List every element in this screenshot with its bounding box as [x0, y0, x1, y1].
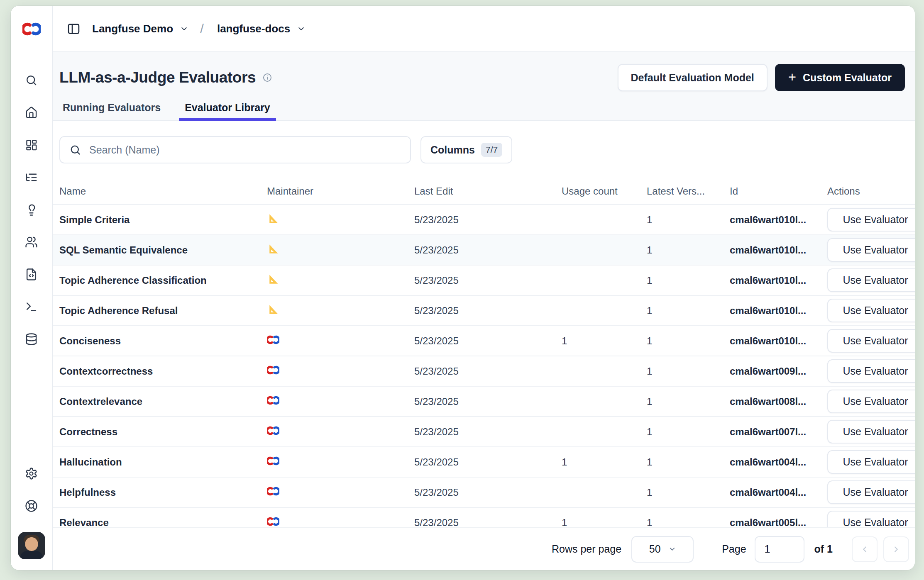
use-evaluator-button[interactable]: Use Evaluator	[827, 208, 915, 232]
sidebar-item-support[interactable]	[25, 500, 38, 512]
latest-version-value: 1	[647, 456, 730, 468]
table-row[interactable]: Helpfulness 5/23/2025 1 cmal6wart004l...…	[53, 478, 915, 508]
actions-cell: Use Evaluator	[827, 480, 915, 504]
column-header-id[interactable]: Id	[730, 185, 827, 197]
use-evaluator-button[interactable]: Use Evaluator	[827, 480, 915, 504]
table-row[interactable]: Topic Adherence Refusal 5/23/2025 1 cmal…	[53, 296, 915, 326]
sidebar-toggle-button[interactable]	[67, 22, 81, 36]
table-row[interactable]: Hallucination 5/23/2025 1 1 cmal6wart004…	[53, 447, 915, 478]
actions-cell: Use Evaluator	[827, 329, 915, 353]
search-icon	[69, 144, 81, 156]
column-header-maintainer[interactable]: Maintainer	[267, 185, 414, 197]
sidebar-item-settings[interactable]	[25, 467, 38, 480]
table-row[interactable]: Conciseness 5/23/2025 1 1 cmal6wart010l.…	[53, 326, 915, 356]
sidebar-item-evaluation[interactable]	[25, 203, 38, 216]
use-evaluator-button[interactable]: Use Evaluator	[827, 238, 915, 262]
main-column: Langfuse Demo / langfuse-docs LLM-as-a-J…	[53, 6, 915, 570]
tab-running-evaluators[interactable]: Running Evaluators	[60, 101, 163, 120]
topbar: Langfuse Demo / langfuse-docs	[53, 6, 915, 52]
custom-evaluator-button[interactable]: + Custom Evaluator	[775, 64, 905, 91]
default-evaluation-model-button[interactable]: Default Evaluation Model	[618, 64, 768, 91]
sidebar-item-search[interactable]	[25, 74, 38, 87]
table-toolbar: Columns 7/7	[53, 121, 915, 178]
sidebar	[11, 6, 53, 570]
previous-page-button[interactable]	[852, 536, 878, 562]
next-page-button[interactable]	[883, 536, 909, 562]
user-avatar-photo[interactable]	[18, 532, 45, 559]
sidebar-item-datasets[interactable]	[25, 333, 38, 346]
use-evaluator-button[interactable]: Use Evaluator	[827, 359, 915, 383]
evaluator-name: Correctness	[59, 426, 267, 438]
langfuse-logo-icon	[267, 364, 279, 376]
maintainer-icon	[267, 273, 414, 288]
column-header-last-edit[interactable]: Last Edit	[414, 185, 562, 197]
sidebar-bottom	[18, 467, 45, 570]
latest-version-value: 1	[647, 214, 730, 226]
search-icon	[25, 74, 38, 87]
sidebar-item-dashboard[interactable]	[25, 139, 38, 151]
last-edit-value: 5/23/2025	[414, 275, 562, 286]
actions-cell: Use Evaluator	[827, 238, 915, 262]
search-box[interactable]	[59, 136, 411, 163]
use-evaluator-button[interactable]: Use Evaluator	[827, 299, 915, 322]
use-evaluator-button[interactable]: Use Evaluator	[827, 329, 915, 353]
table-row[interactable]: Simple Criteria 5/23/2025 1 cmal6wart010…	[53, 205, 915, 235]
table-row[interactable]: Topic Adherence Classification 5/23/2025…	[53, 266, 915, 296]
sidebar-item-playground[interactable]	[25, 300, 38, 313]
column-header-name[interactable]: Name	[59, 185, 267, 197]
use-evaluator-button[interactable]: Use Evaluator	[827, 420, 915, 444]
breadcrumb-separator: /	[200, 21, 204, 37]
page-of-label: of 1	[814, 543, 833, 555]
app-window: Langfuse Demo / langfuse-docs LLM-as-a-J…	[11, 6, 915, 570]
search-input[interactable]	[88, 144, 401, 156]
last-edit-value: 5/23/2025	[414, 396, 562, 407]
evaluator-id: cmal6wart010l...	[730, 214, 827, 226]
page-title: LLM-as-a-Judge Evaluators	[59, 69, 256, 86]
info-icon[interactable]	[262, 73, 272, 83]
rows-per-page-select[interactable]: 50	[631, 536, 694, 563]
evaluator-id: cmal6wart008l...	[730, 396, 827, 407]
avatar-shirt	[20, 551, 43, 559]
columns-button[interactable]: Columns 7/7	[420, 136, 512, 163]
breadcrumb-org[interactable]: Langfuse Demo	[90, 22, 176, 36]
usage-count-value: 1	[562, 335, 647, 347]
sidebar-item-users[interactable]	[25, 236, 38, 249]
last-edit-value: 5/23/2025	[414, 456, 562, 468]
table-row[interactable]: Contextcorrectness 5/23/2025 1 cmal6wart…	[53, 356, 915, 387]
breadcrumb-project[interactable]: langfuse-docs	[215, 22, 293, 36]
use-evaluator-button[interactable]: Use Evaluator	[827, 390, 915, 413]
latest-version-value: 1	[647, 275, 730, 286]
panel-left-icon	[67, 22, 81, 36]
langfuse-logo-icon	[267, 515, 279, 528]
page-number-input[interactable]	[755, 536, 804, 563]
latest-version-value: 1	[647, 366, 730, 377]
maintainer-icon	[267, 455, 414, 470]
column-header-latest-version[interactable]: Latest Vers...	[647, 185, 730, 197]
table-header: Name Maintainer Last Edit Usage count La…	[53, 178, 915, 205]
actions-cell: Use Evaluator	[827, 450, 915, 474]
maintainer-icon	[267, 303, 414, 318]
sidebar-item-prompts[interactable]	[25, 268, 38, 281]
table-row[interactable]: Relevance 5/23/2025 1 1 cmal6wart005l...…	[53, 508, 915, 527]
langfuse-logo-icon[interactable]	[11, 6, 52, 52]
latest-version-value: 1	[647, 244, 730, 256]
rows-per-page-value: 50	[649, 543, 661, 555]
column-header-usage-count[interactable]: Usage count	[562, 185, 647, 197]
evaluator-id: cmal6wart010l...	[730, 244, 827, 256]
table-row[interactable]: Correctness 5/23/2025 1 cmal6wart007l...…	[53, 417, 915, 447]
use-evaluator-button[interactable]: Use Evaluator	[827, 450, 915, 474]
tab-bar: Running Evaluators Evaluator Library	[59, 101, 905, 120]
chevron-down-icon[interactable]	[297, 24, 306, 33]
table-row[interactable]: Contextrelevance 5/23/2025 1 cmal6wart00…	[53, 387, 915, 417]
table-row[interactable]: SQL Semantic Equivalence 5/23/2025 1 cma…	[53, 235, 915, 266]
use-evaluator-button[interactable]: Use Evaluator	[827, 268, 915, 292]
sidebar-item-tracing[interactable]	[25, 171, 38, 184]
chevron-down-icon[interactable]	[180, 24, 188, 33]
page-header: LLM-as-a-Judge Evaluators Default Evalua…	[53, 52, 915, 121]
use-evaluator-button[interactable]: Use Evaluator	[827, 511, 915, 527]
sidebar-item-home[interactable]	[25, 106, 38, 119]
evaluator-id: cmal6wart004l...	[730, 456, 827, 468]
ragas-triangle-icon	[267, 273, 279, 285]
tab-evaluator-library[interactable]: Evaluator Library	[182, 101, 273, 120]
columns-label: Columns	[430, 144, 475, 156]
